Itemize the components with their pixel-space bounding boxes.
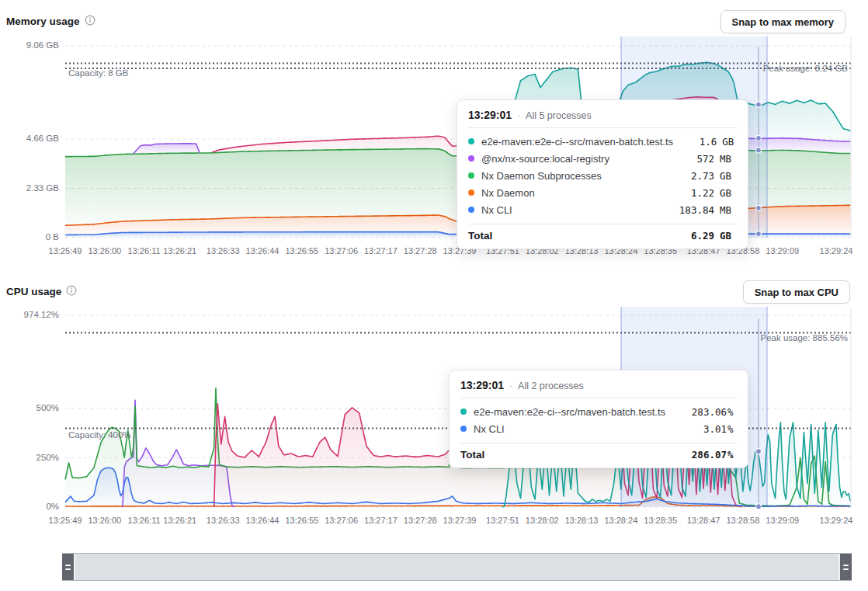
tooltip-process-count: All 2 processes [518,381,584,391]
cpu-x-tick: 13:29:24 [813,516,859,525]
series-color-dot [468,138,474,144]
charts-canvas[interactable] [0,0,868,591]
tooltip-total-value: 6.29 [663,230,714,242]
cpu-x-tick: 13:29:09 [759,516,806,525]
tooltip-total-row: Total 6.29 GB [468,224,737,242]
tooltip-separator: · [517,110,520,121]
memory-x-tick: 13:29:09 [759,246,806,256]
memory-y-tick: 9.06 GB [2,40,59,50]
process-unit: GB [720,187,737,199]
snap-to-max-memory-button[interactable]: Snap to max memory [720,10,846,33]
process-value: 1.22 [663,187,714,199]
memory-y-tick: 4.66 GB [2,134,59,143]
snap-to-max-cpu-button[interactable]: Snap to max CPU [743,280,850,304]
tooltip-time: 13:29:01 [468,109,512,121]
cpu-y-tick: 500% [2,403,59,412]
series-color-dot [460,426,467,432]
process-value: 3.01 [675,423,727,435]
tooltip-process-row: @nx/nx-source:local-registry572MB [468,150,737,167]
info-icon[interactable] [66,285,77,298]
tooltip-time: 13:29:01 [460,379,504,391]
process-value: 183.84 [663,204,714,216]
tooltip-process-row: Nx CLI3.01% [460,420,737,437]
cpu-title-text: CPU usage [6,286,61,297]
tooltip-total-unit: % [727,449,737,461]
process-name: Nx Daemon Subprocesses [481,170,663,182]
brush-handle-right[interactable] [838,554,852,580]
series-color-dot [468,155,474,162]
cpu-x-tick: 13:26:21 [157,516,203,525]
process-name: e2e-maven:e2e-ci--src/maven-batch.test.t… [474,406,675,418]
tooltip-total-value: 286.07 [675,449,727,461]
cpu-y-tick: 250% [2,453,59,462]
memory-y-tick: 0 B [2,232,59,242]
tooltip-process-row: e2e-maven:e2e-ci--src/maven-batch.test.t… [468,133,737,150]
tooltip-rows: e2e-maven:e2e-ci--src/maven-batch.test.t… [460,398,737,443]
tooltip-header: 13:29:01 · All 5 processes [468,107,737,128]
brush-handle-left[interactable] [62,554,75,580]
process-unit: % [727,406,737,418]
series-color-dot [460,408,467,415]
memory-peak-label: Peak usage: 8.24 GB [763,64,848,73]
cpu-section-title: CPU usage [6,285,77,298]
process-name: Nx CLI [481,204,663,216]
cpu-capacity-label: Capacity: 400% [68,430,131,440]
tooltip-total-label: Total [468,230,663,242]
memory-capacity-label: Capacity: 8 GB [68,68,128,78]
process-name: @nx/nx-source:local-registry [481,153,663,165]
process-name: e2e-maven:e2e-ci--src/maven-batch.test.t… [481,136,673,148]
memory-tooltip: 13:29:01 · All 5 processes e2e-maven:e2e… [457,99,748,249]
process-unit: GB [722,136,737,148]
cpu-x-tick: 13:28:35 [637,516,684,525]
tooltip-rows: e2e-maven:e2e-ci--src/maven-batch.test.t… [468,128,737,224]
tooltip-total-unit: GB [720,230,737,242]
tooltip-process-row: Nx CLI183.84MB [468,201,737,218]
cpu-y-tick: 974.12% [2,310,59,319]
time-range-brush-track[interactable] [62,553,852,581]
tooltip-separator: · [509,381,512,391]
memory-x-tick: 13:26:21 [157,246,203,256]
process-value: 2.73 [663,170,714,182]
tooltip-process-row: Nx Daemon1.22GB [468,184,737,201]
memory-section-title: Memory usage [6,15,95,28]
series-color-dot [468,172,474,179]
series-color-dot [468,189,474,196]
info-icon[interactable] [85,15,95,28]
process-name: Nx CLI [474,423,675,435]
process-unit: MB [720,153,737,165]
cpu-x-tick: 13:27:39 [436,516,483,525]
cpu-tooltip: 13:29:01 · All 2 processes e2e-maven:e2e… [449,370,748,468]
memory-x-tick: 13:29:24 [813,246,859,256]
memory-title-text: Memory usage [6,16,80,27]
cpu-peak-label: Peak usage: 885.56% [760,333,848,342]
tooltip-total-row: Total 286.07 % [460,443,737,461]
process-name: Nx Daemon [481,187,663,199]
memory-y-tick: 2.33 GB [2,183,59,193]
cpu-y-tick: 0% [2,502,59,511]
series-color-dot [468,207,474,213]
tooltip-total-label: Total [460,449,675,461]
process-value: 283.06 [675,406,727,418]
process-unit: MB [720,204,737,216]
tooltip-process-row: e2e-maven:e2e-ci--src/maven-batch.test.t… [460,403,737,420]
process-value: 572 [663,153,714,165]
tooltip-header: 13:29:01 · All 2 processes [460,377,737,398]
tooltip-process-row: Nx Daemon Subprocesses2.73GB [468,167,737,184]
process-value: 1.6 [673,136,717,148]
process-unit: % [727,423,737,435]
tooltip-process-count: All 5 processes [526,110,592,121]
process-unit: GB [720,170,737,182]
